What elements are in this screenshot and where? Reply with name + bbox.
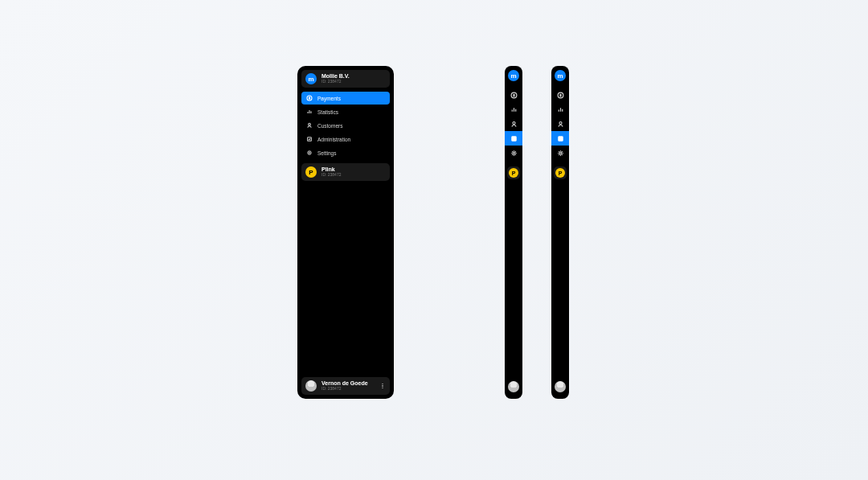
- sidebar-expanded: m Mollie B.V. ID: 238472 Payments Statis…: [297, 66, 394, 399]
- admin-icon: [306, 136, 313, 142]
- avatar[interactable]: [508, 381, 519, 392]
- customers-icon: [306, 122, 313, 129]
- plink-logo-icon: P: [305, 166, 317, 178]
- plink-logo-icon: P: [555, 168, 565, 178]
- nav-item-administration[interactable]: [505, 131, 522, 146]
- nav-item-customers[interactable]: Customers: [301, 119, 390, 132]
- org-logo-icon[interactable]: m: [508, 70, 519, 81]
- plink-switcher[interactable]: P Plink ID: 238472: [301, 163, 390, 181]
- primary-nav: [551, 88, 569, 160]
- org-logo-icon[interactable]: m: [555, 70, 566, 81]
- sidebar-collapsed-b: m P: [551, 66, 569, 399]
- nav-label: Payments: [317, 96, 341, 101]
- plink-switcher[interactable]: P: [507, 166, 520, 179]
- nav-item-payments[interactable]: [505, 88, 522, 102]
- nav-item-settings[interactable]: [551, 146, 569, 160]
- plink-logo-icon: P: [509, 168, 518, 178]
- org-logo-icon: m: [305, 73, 317, 84]
- payment-icon: [306, 95, 313, 101]
- nav-item-customers[interactable]: [505, 117, 522, 131]
- primary-nav: Payments Statistics Customers Administra…: [301, 92, 390, 159]
- nav-label: Customers: [317, 123, 342, 129]
- sidebar-collapsed-a: m P: [505, 66, 522, 399]
- nav-item-payments[interactable]: [551, 88, 569, 102]
- nav-item-customers[interactable]: [551, 117, 569, 131]
- user-menu[interactable]: Vernon de Goede ID: 238472: [301, 377, 390, 395]
- plink-switcher[interactable]: P: [554, 166, 567, 179]
- stats-icon: [306, 109, 313, 115]
- nav-item-statistics[interactable]: [505, 102, 522, 117]
- avatar: [305, 380, 317, 392]
- nav-label: Statistics: [317, 109, 338, 115]
- nav-label: Administration: [317, 137, 350, 142]
- more-icon[interactable]: [379, 384, 386, 389]
- nav-item-settings[interactable]: [505, 146, 522, 160]
- plink-id: ID: 238472: [321, 173, 341, 178]
- nav-item-administration[interactable]: [551, 131, 569, 146]
- org-switcher[interactable]: m Mollie B.V. ID: 238472: [301, 70, 390, 88]
- org-id: ID: 238472: [321, 80, 350, 84]
- nav-item-settings[interactable]: Settings: [301, 146, 390, 159]
- nav-item-statistics[interactable]: Statistics: [301, 105, 390, 118]
- nav-item-payments[interactable]: Payments: [301, 92, 390, 105]
- avatar[interactable]: [555, 381, 566, 392]
- primary-nav: [505, 88, 522, 160]
- nav-item-administration[interactable]: Administration: [301, 133, 390, 146]
- nav-item-statistics[interactable]: [551, 102, 569, 117]
- settings-icon: [306, 150, 313, 156]
- nav-label: Settings: [317, 150, 337, 156]
- user-id: ID: 238472: [321, 387, 375, 392]
